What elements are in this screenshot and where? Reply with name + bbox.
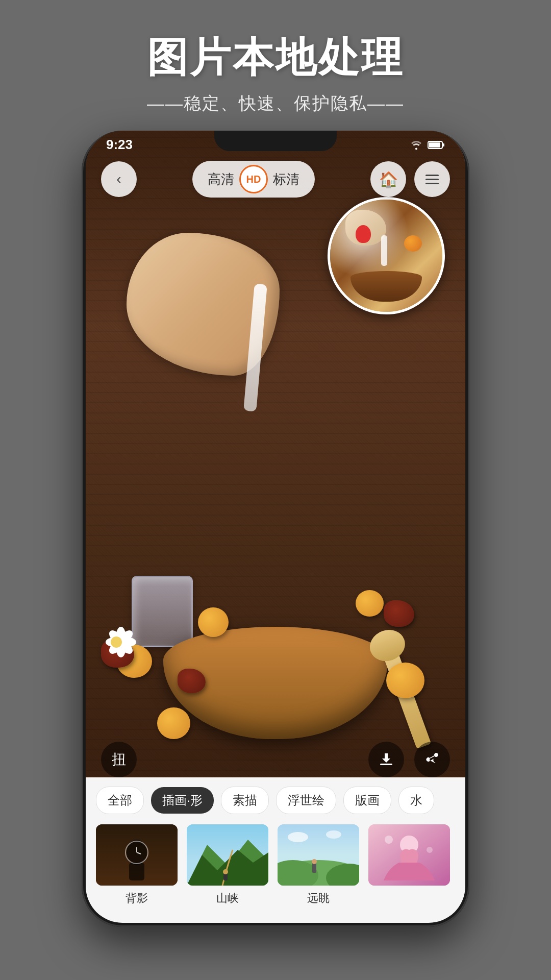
main-title: 图片本地处理 (0, 31, 551, 86)
svg-rect-6 (129, 863, 144, 880)
filter-thumb-img-3 (278, 824, 359, 886)
thumb-3-svg (278, 824, 359, 886)
filter-tab-water-label: 水 (410, 793, 422, 807)
flower-center (111, 636, 122, 648)
sub-title: ——稳定、快速、保护隐私—— (0, 92, 551, 115)
status-time: 9:23 (106, 137, 133, 153)
phone-frame: 9:23 (82, 131, 469, 927)
filter-thumb-label-3: 远眺 (307, 891, 330, 906)
fruit-4 (356, 590, 384, 617)
download-icon (378, 751, 394, 768)
quality-high-label[interactable]: 高清 (203, 170, 239, 188)
preview-pour (381, 235, 387, 266)
filter-thumb-pink[interactable] (368, 824, 450, 906)
svg-point-22 (326, 830, 341, 839)
filter-tab-illustration-label: 插画·形 (162, 793, 203, 807)
svg-rect-3 (380, 764, 392, 765)
filter-thumb-img-2 (187, 824, 268, 886)
fruit-2 (198, 607, 229, 637)
preview-circle-inner (330, 200, 442, 312)
filter-thumb-label-2: 山峡 (216, 891, 239, 906)
wifi-icon (409, 139, 423, 151)
filter-tab-woodblock[interactable]: 版画 (343, 787, 391, 814)
home-icon: 🏠 (379, 170, 398, 188)
filter-adjust-button[interactable]: 扭 (101, 742, 137, 777)
back-button[interactable]: ‹ (101, 161, 137, 197)
thumb-4-svg (368, 824, 450, 886)
download-button[interactable] (368, 742, 404, 777)
filter-tab-ukiyo-label: 浮世绘 (288, 793, 324, 807)
filter-tab-ukiyo[interactable]: 浮世绘 (276, 787, 336, 814)
image-area (86, 131, 465, 780)
bottom-actions: 扭 (86, 742, 465, 777)
filter-adjust-icon: 扭 (112, 750, 126, 769)
preview-bowl (350, 271, 422, 302)
filter-tab-sketch-label: 素描 (233, 793, 257, 807)
share-button[interactable] (414, 742, 450, 777)
filter-thumbnails: 背影 (86, 819, 465, 911)
svg-point-25 (385, 836, 393, 844)
back-icon: ‹ (116, 171, 121, 187)
fruit-5 (157, 707, 190, 739)
filter-tab-illustration[interactable]: 插画·形 (151, 787, 214, 814)
filter-thumb-img-4 (368, 824, 450, 886)
fruit-3 (386, 663, 424, 698)
top-nav: ‹ 高清 HD 标清 🏠 (86, 159, 465, 200)
filter-tab-all[interactable]: 全部 (96, 787, 144, 814)
filter-thumb-shanxia[interactable]: 山峡 (187, 824, 268, 906)
date-fruit-2 (178, 669, 206, 693)
nav-right-buttons: 🏠 (370, 161, 450, 197)
phone-screen: 9:23 (86, 131, 465, 923)
svg-point-21 (288, 832, 308, 842)
share-icon (424, 751, 440, 768)
filter-tab-water[interactable]: 水 (398, 787, 434, 814)
flower-element (101, 627, 132, 657)
phone-notch (214, 131, 337, 151)
svg-point-14 (223, 869, 228, 874)
menu-line-2 (425, 179, 439, 180)
filter-tab-woodblock-label: 版画 (355, 793, 380, 807)
quality-selector[interactable]: 高清 HD 标清 (192, 161, 315, 198)
filter-tab-sketch[interactable]: 素描 (221, 787, 269, 814)
battery-icon (428, 140, 445, 150)
quality-standard-label[interactable]: 标清 (268, 170, 305, 188)
svg-point-26 (427, 847, 433, 853)
filter-thumb-label-1: 背影 (126, 891, 148, 906)
filter-panel: 全部 插画·形 素描 浮世绘 版画 水 (86, 777, 465, 923)
svg-rect-1 (429, 142, 440, 148)
filter-tab-all-label: 全部 (108, 793, 132, 807)
hd-badge[interactable]: HD (239, 165, 268, 193)
preview-orange (404, 235, 422, 252)
menu-icon (425, 175, 439, 184)
svg-point-20 (312, 859, 317, 864)
filter-thumb-beiying[interactable]: 背影 (96, 824, 178, 906)
thumb-2-svg (187, 824, 268, 886)
jar-element (132, 576, 193, 647)
header-area: 图片本地处理 ——稳定、快速、保护隐私—— (0, 0, 551, 131)
thumb-1-svg (96, 824, 178, 886)
filter-thumb-yuantiao[interactable]: 远眺 (278, 824, 359, 906)
menu-line-1 (425, 175, 439, 176)
filter-tabs: 全部 插画·形 素描 浮世绘 版画 水 (86, 777, 465, 819)
svg-rect-2 (443, 143, 444, 146)
status-bar-right (409, 139, 445, 151)
menu-button[interactable] (414, 161, 450, 197)
hd-badge-text: HD (246, 174, 261, 185)
menu-line-3 (425, 183, 439, 184)
home-button[interactable]: 🏠 (370, 161, 406, 197)
save-share-buttons (368, 742, 450, 777)
filter-thumb-img-1 (96, 824, 178, 886)
preview-strawberry (356, 225, 371, 243)
preview-circle (328, 197, 445, 314)
